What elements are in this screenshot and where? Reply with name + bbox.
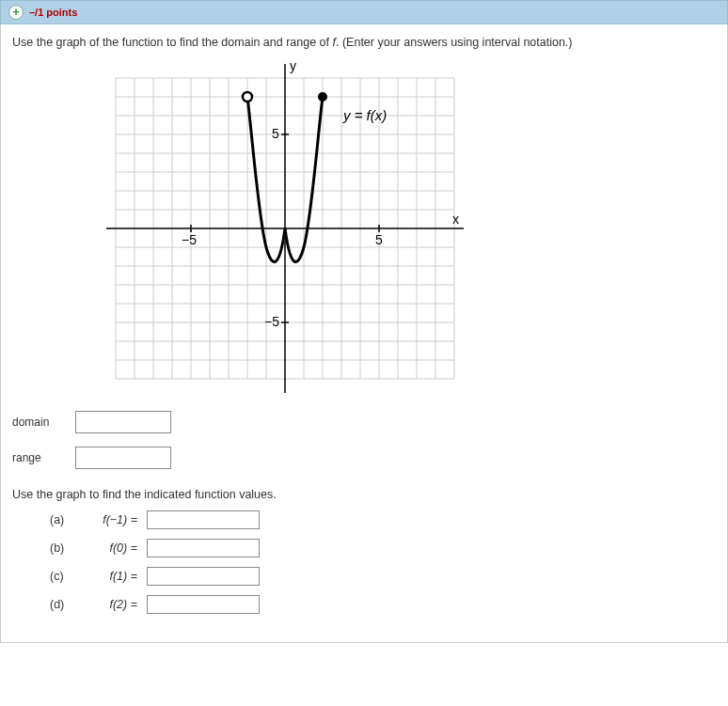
part-c-input[interactable] xyxy=(147,567,260,586)
part-a-row: (a) f(−1) = xyxy=(50,510,716,529)
part-a-letter: (a) xyxy=(50,513,76,526)
part-b-input[interactable] xyxy=(147,539,260,557)
open-endpoint xyxy=(243,92,252,102)
tick-neg5-y: −5 xyxy=(264,314,279,329)
tick-pos5-y: 5 xyxy=(272,126,279,141)
range-input[interactable] xyxy=(75,447,171,469)
part-d-expr: f(2) = xyxy=(86,598,137,611)
part-d-letter: (d) xyxy=(50,598,76,611)
eq-label: y = f(x) xyxy=(342,107,387,123)
domain-row: domain xyxy=(12,411,716,433)
question-content: Use the graph of the function to find th… xyxy=(0,24,728,643)
part-d-row: (d) f(2) = xyxy=(50,595,716,614)
part-b-expr: f(0) = xyxy=(86,541,137,555)
prompt-tail: . (Enter your answers using interval not… xyxy=(336,36,573,49)
part-b-letter: (b) xyxy=(50,541,76,555)
sub-prompt: Use the graph to find the indicated func… xyxy=(12,488,716,501)
expand-icon[interactable]: + xyxy=(8,5,24,20)
function-graph: y x −5 5 5 −5 y = f(x) xyxy=(106,59,464,398)
part-a-input[interactable] xyxy=(147,510,260,529)
points-header: + –/1 points xyxy=(0,0,728,24)
tick-pos5-x: 5 xyxy=(375,232,383,247)
y-axis-label: y xyxy=(290,59,296,73)
range-label: range xyxy=(12,451,64,464)
part-c-letter: (c) xyxy=(50,570,76,583)
closed-endpoint xyxy=(318,92,327,102)
part-a-expr: f(−1) = xyxy=(86,513,137,526)
domain-input[interactable] xyxy=(75,411,171,433)
main-prompt: Use the graph of the function to find th… xyxy=(12,34,716,52)
graph-container: y x −5 5 5 −5 y = f(x) xyxy=(106,59,716,398)
range-row: range xyxy=(12,447,716,469)
tick-neg5-x: −5 xyxy=(182,232,197,247)
part-c-expr: f(1) = xyxy=(86,570,137,583)
part-c-row: (c) f(1) = xyxy=(50,567,716,586)
domain-label: domain xyxy=(12,416,64,429)
part-b-row: (b) f(0) = xyxy=(50,539,716,557)
prompt-lead: Use the graph of the function to find th… xyxy=(12,36,333,49)
points-text: –/1 points xyxy=(29,7,77,18)
x-axis-label: x xyxy=(452,212,459,227)
part-d-input[interactable] xyxy=(147,595,260,614)
